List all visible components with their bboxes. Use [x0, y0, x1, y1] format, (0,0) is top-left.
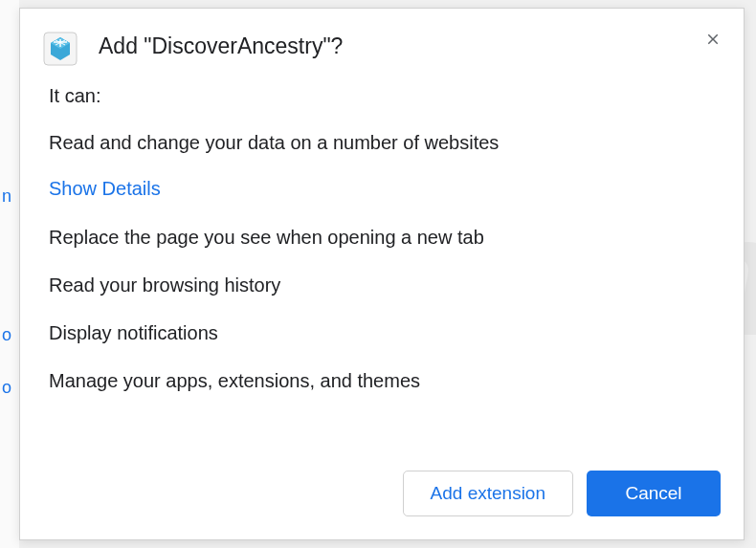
- bg-fragment: n: [2, 186, 11, 207]
- close-icon: [704, 31, 722, 48]
- bg-fragment: o: [2, 378, 11, 398]
- close-button[interactable]: [700, 26, 726, 53]
- permission-item: Display notifications: [49, 320, 715, 345]
- dialog-body: It can: Read and change your data on a n…: [20, 66, 744, 471]
- background-edge: n o o: [0, 0, 19, 548]
- extension-install-dialog: Add "DiscoverAncestry"? It can: Read and…: [19, 8, 745, 540]
- bg-fragment: o: [2, 325, 11, 345]
- dialog-title: Add "DiscoverAncestry"?: [99, 33, 343, 59]
- add-extension-button[interactable]: Add extension: [403, 471, 573, 516]
- permission-item: Read and change your data on a number of…: [49, 130, 715, 155]
- permission-item: Manage your apps, extensions, and themes: [49, 368, 715, 393]
- dialog-footer: Add extension Cancel: [20, 471, 744, 539]
- show-details-link[interactable]: Show Details: [49, 178, 161, 200]
- cancel-button[interactable]: Cancel: [587, 471, 721, 516]
- permission-item: Read your browsing history: [49, 273, 715, 297]
- dialog-header: Add "DiscoverAncestry"?: [20, 9, 744, 66]
- extension-icon: [43, 32, 78, 66]
- permissions-intro: It can:: [49, 85, 715, 107]
- permission-item: Replace the page you see when opening a …: [49, 225, 715, 250]
